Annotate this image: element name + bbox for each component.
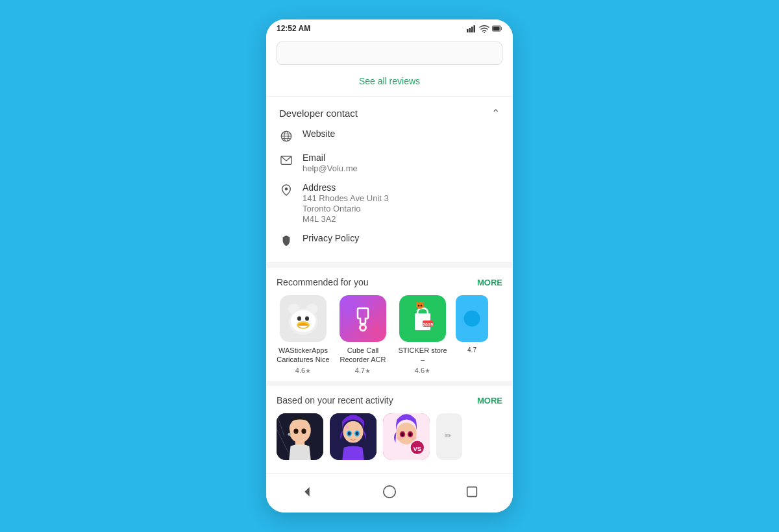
address-icon xyxy=(279,183,293,197)
recent-apps-button[interactable] xyxy=(460,480,484,503)
app-rating-cube: 4.7★ xyxy=(355,367,371,374)
svg-point-18 xyxy=(297,317,301,321)
svg-point-44 xyxy=(348,431,351,435)
recommended-more-link[interactable]: MORE xyxy=(477,278,502,287)
recent-activity-section: Based on your recent activity MORE xyxy=(266,386,513,466)
recent-app-1[interactable] xyxy=(277,413,323,460)
app-name-wasticker: WAStickerApps Caricatures Nice xyxy=(277,346,330,365)
svg-text:✏: ✏ xyxy=(445,431,452,441)
recommended-header: Recommended for you MORE xyxy=(277,277,502,287)
svg-text:2019: 2019 xyxy=(423,322,433,327)
svg-point-60 xyxy=(384,486,395,498)
svg-point-31 xyxy=(464,311,480,327)
svg-point-45 xyxy=(356,431,359,435)
app-icon-wasticker xyxy=(280,295,327,342)
website-icon xyxy=(279,129,293,143)
app-rating-wasticker: 4.6★ xyxy=(295,367,311,374)
svg-point-34 xyxy=(293,428,298,433)
recommended-apps-row: WAStickerApps Caricatures Nice 4.6★ xyxy=(277,295,502,374)
app-name-voca: 4.7 xyxy=(467,346,476,365)
app-card-wasticker[interactable]: WAStickerApps Caricatures Nice 4.6★ xyxy=(277,295,330,374)
svg-point-28 xyxy=(418,305,420,307)
signal-icon xyxy=(466,23,476,34)
svg-point-56 xyxy=(410,437,417,440)
svg-point-13 xyxy=(285,187,288,191)
email-label: Email xyxy=(303,152,358,163)
nav-bar xyxy=(266,473,513,513)
see-all-reviews-section: See all reviews xyxy=(266,69,513,97)
app-name-cube: Cube Call Recorder ACR xyxy=(336,346,390,365)
contact-email[interactable]: Email help@Volu.me xyxy=(279,152,500,173)
svg-text:VS: VS xyxy=(413,445,421,452)
app-rating-sticker: 4.6★ xyxy=(415,367,430,374)
svg-rect-3 xyxy=(474,25,476,32)
app-card-voca[interactable]: 4.7 xyxy=(456,295,488,374)
recommended-title: Recommended for you xyxy=(277,277,369,287)
svg-point-55 xyxy=(396,437,402,440)
svg-rect-1 xyxy=(469,28,471,32)
svg-point-46 xyxy=(345,426,349,429)
svg-point-29 xyxy=(421,305,423,307)
privacy-label: Privacy Policy xyxy=(303,233,359,243)
developer-contact-header: Developer contact ⌃ xyxy=(279,107,500,119)
app-icon-voca xyxy=(456,295,488,342)
contact-privacy[interactable]: Privacy Policy xyxy=(279,233,500,248)
email-text: Email help@Volu.me xyxy=(303,152,358,173)
app-card-cube[interactable]: Cube Call Recorder ACR 4.7★ xyxy=(336,295,390,374)
address-label: Address xyxy=(303,182,389,193)
svg-point-19 xyxy=(305,317,309,321)
privacy-icon xyxy=(279,234,293,248)
svg-rect-6 xyxy=(493,27,499,30)
developer-contact-title: Developer contact xyxy=(279,108,358,119)
search-bar[interactable] xyxy=(277,42,502,65)
app-icon-sticker: 2019 xyxy=(399,295,446,342)
svg-point-52 xyxy=(409,432,412,436)
phone-frame: 12:52 AM xyxy=(266,19,513,513)
app-card-sticker[interactable]: 2019 STICKER store – WAStickerApps ... 4… xyxy=(396,295,449,374)
svg-point-35 xyxy=(301,428,306,433)
svg-rect-2 xyxy=(471,27,473,32)
address-line3: M4L 3A2 xyxy=(303,214,389,224)
address-text: Address 141 Rhodes Ave Unit 3 Toronto On… xyxy=(303,182,389,224)
wifi-icon xyxy=(479,23,489,34)
home-button[interactable] xyxy=(378,480,401,503)
section-divider-1 xyxy=(266,263,513,268)
email-value: help@Volu.me xyxy=(303,163,358,173)
svg-point-36 xyxy=(288,433,291,436)
see-all-reviews-link[interactable]: See all reviews xyxy=(359,76,420,86)
contact-website[interactable]: Website xyxy=(279,128,500,143)
status-bar: 12:52 AM xyxy=(266,19,513,36)
email-icon xyxy=(279,153,293,167)
svg-marker-59 xyxy=(305,487,310,497)
app-icon-cube xyxy=(340,295,386,342)
privacy-text: Privacy Policy xyxy=(303,233,359,243)
svg-point-33 xyxy=(289,418,311,442)
svg-rect-0 xyxy=(467,29,469,32)
app-name-sticker: STICKER store – WAStickerApps ... xyxy=(396,346,449,365)
svg-point-48 xyxy=(396,422,416,444)
status-time: 12:52 AM xyxy=(277,24,310,33)
scroll-area: See all reviews Developer contact ⌃ xyxy=(266,69,513,473)
status-icons xyxy=(466,23,502,34)
recent-activity-header: Based on your recent activity MORE xyxy=(277,395,502,405)
recent-activity-title: Based on your recent activity xyxy=(277,395,393,405)
address-line1: 141 Rhodes Ave Unit 3 xyxy=(303,193,389,203)
recent-app-3[interactable]: VS xyxy=(383,413,430,460)
svg-point-51 xyxy=(401,432,404,436)
website-text: Website xyxy=(303,128,335,139)
website-label: Website xyxy=(303,128,335,139)
section-divider-2 xyxy=(266,381,513,386)
recommended-section: Recommended for you MORE xyxy=(266,268,513,381)
svg-point-41 xyxy=(343,421,363,443)
chevron-up-icon[interactable]: ⌃ xyxy=(491,107,500,119)
recent-more-link[interactable]: MORE xyxy=(477,396,502,405)
contact-address[interactable]: Address 141 Rhodes Ave Unit 3 Toronto On… xyxy=(279,182,500,224)
svg-rect-61 xyxy=(467,487,476,497)
recent-apps-row: VS ✏ xyxy=(277,413,502,460)
battery-icon xyxy=(492,23,502,34)
recent-app-4[interactable]: ✏ xyxy=(436,413,462,460)
address-line2: Toronto Ontario xyxy=(303,204,389,213)
back-button[interactable] xyxy=(295,480,319,503)
developer-contact-section: Developer contact ⌃ Website xyxy=(266,97,513,263)
recent-app-2[interactable] xyxy=(330,413,377,460)
